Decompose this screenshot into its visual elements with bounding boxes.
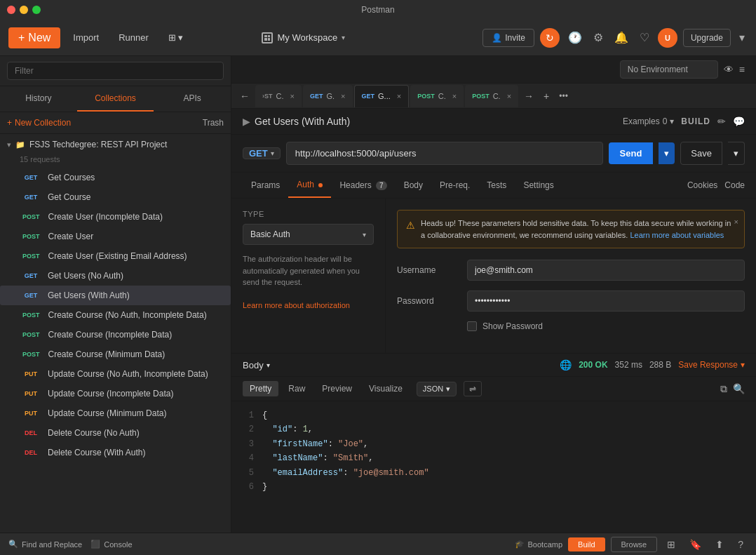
build-tab-button[interactable]: Build	[568, 537, 605, 551]
cookies-link[interactable]: Cookies	[687, 180, 717, 190]
minimize-button[interactable]	[20, 6, 28, 14]
invite-button[interactable]: 👤 Invite	[482, 29, 534, 47]
workspace-selector[interactable]: My Workspace ▾	[262, 32, 345, 44]
method-selector[interactable]: GET ▾	[243, 147, 281, 159]
format-select[interactable]: JSON ▾	[417, 382, 457, 396]
list-item[interactable]: PUT Update Course (Minimum Data)	[0, 403, 231, 423]
import-button[interactable]: Import	[66, 28, 106, 47]
list-item[interactable]: PUT Update Course (Incomplete Data)	[0, 384, 231, 403]
list-item[interactable]: GET Get Course	[0, 187, 231, 207]
copy-icon[interactable]: ⧉	[720, 383, 727, 395]
tab-close-icon[interactable]: ×	[341, 92, 345, 100]
list-item[interactable]: POST Create User	[0, 227, 231, 246]
tab-close-icon[interactable]: ×	[507, 92, 511, 100]
tab-more-button[interactable]: •••	[555, 88, 572, 104]
send-dropdown-button[interactable]: ▾	[659, 142, 675, 164]
wrap-button[interactable]: ⇌	[464, 381, 482, 396]
send-button[interactable]: Send	[609, 142, 654, 164]
examples-button[interactable]: Examples 0 ▾	[623, 116, 674, 126]
tab-item[interactable]: POST C. ×	[410, 85, 464, 107]
view-tab-preview[interactable]: Preview	[315, 381, 359, 396]
bookmark-icon[interactable]: 🔖	[685, 537, 706, 551]
build-button[interactable]: BUILD	[681, 116, 710, 126]
new-collection-button[interactable]: + New Collection	[7, 118, 71, 128]
sync-button[interactable]: ↻	[540, 28, 560, 48]
tab-add-button[interactable]: +	[539, 88, 553, 105]
upgrade-chevron-icon[interactable]: ▾	[736, 28, 748, 47]
window-controls[interactable]	[7, 6, 41, 14]
tab-tests[interactable]: Tests	[478, 173, 515, 197]
save-button[interactable]: Save	[680, 142, 722, 165]
settings-icon[interactable]: ⚙	[590, 28, 606, 47]
share-icon[interactable]: ⬆	[711, 537, 728, 551]
heart-icon[interactable]: ♡	[637, 28, 652, 47]
edit-icon[interactable]: ✏	[717, 116, 726, 127]
env-settings-icon[interactable]: ≡	[739, 64, 745, 75]
sidebar-tab-apis[interactable]: APIs	[154, 86, 231, 112]
body-label[interactable]: Body ▾	[243, 360, 270, 370]
tab-settings[interactable]: Settings	[515, 173, 562, 197]
maximize-button[interactable]	[32, 6, 41, 14]
show-password-checkbox[interactable]	[467, 321, 477, 331]
environment-select[interactable]: No Environment	[620, 60, 718, 79]
sidebar-tab-collections[interactable]: Collections	[77, 86, 154, 112]
history-icon[interactable]: 🕐	[565, 28, 585, 47]
bell-icon[interactable]: 🔔	[612, 28, 631, 47]
help-icon[interactable]: ?	[734, 537, 748, 551]
layout-button[interactable]: ⊞ ▾	[161, 28, 191, 47]
tab-forward-button[interactable]: →	[520, 88, 538, 105]
grid-icon[interactable]: ⊞	[663, 537, 680, 551]
tab-headers[interactable]: Headers 7	[331, 173, 395, 197]
url-input[interactable]	[286, 142, 603, 165]
user-avatar[interactable]: U	[658, 28, 677, 48]
warning-learn-link[interactable]: Learn more about variables	[630, 231, 724, 239]
list-item[interactable]: DEL Delete Course (No Auth)	[0, 423, 231, 443]
find-replace-button[interactable]: 🔍 Find and Replace	[8, 540, 82, 549]
runner-button[interactable]: Runner	[112, 28, 156, 47]
tab-close-icon[interactable]: ×	[397, 92, 401, 100]
save-response-button[interactable]: Save Response ▾	[678, 360, 745, 370]
close-button[interactable]	[7, 6, 15, 14]
tab-item[interactable]: POST C. ×	[465, 85, 518, 107]
warning-close-icon[interactable]: ×	[734, 216, 738, 228]
list-item[interactable]: POST Create User (Existing Email Address…	[0, 246, 231, 266]
tab-item[interactable]: ›ST C. ×	[255, 85, 302, 107]
eye-icon[interactable]: 👁	[724, 64, 734, 75]
auth-learn-link[interactable]: Learn more about authorization	[243, 301, 350, 309]
save-dropdown-button[interactable]: ▾	[728, 142, 745, 165]
tab-back-button[interactable]: ←	[236, 88, 254, 105]
list-item-active[interactable]: GET Get Users (With Auth)	[0, 286, 231, 305]
username-input[interactable]	[467, 260, 745, 281]
tab-close-icon[interactable]: ×	[452, 92, 457, 100]
tab-prereq[interactable]: Pre-req.	[431, 173, 478, 197]
tab-item-active[interactable]: GET G... ×	[354, 85, 410, 107]
list-item[interactable]: DEL Delete Course (With Auth)	[0, 443, 231, 462]
auth-type-select[interactable]: Basic Auth ▾	[243, 224, 374, 245]
password-input[interactable]	[467, 290, 745, 312]
trash-button[interactable]: Trash	[203, 118, 224, 128]
filter-input[interactable]	[7, 62, 224, 80]
list-item[interactable]: POST Create User (Incomplete Data)	[0, 207, 231, 227]
list-item[interactable]: PUT Update Course (No Auth, Incomplete D…	[0, 364, 231, 384]
new-button[interactable]: + New	[8, 27, 60, 48]
list-item[interactable]: POST Create Course (Incomplete Data)	[0, 325, 231, 345]
list-item[interactable]: GET Get Courses	[0, 168, 231, 187]
show-password-label[interactable]: Show Password	[482, 321, 543, 331]
tab-auth[interactable]: Auth	[288, 173, 331, 198]
browse-tab-button[interactable]: Browse	[611, 537, 658, 552]
tab-item[interactable]: GET G. ×	[303, 85, 353, 107]
console-button[interactable]: ⬛ Console	[90, 540, 132, 549]
list-item[interactable]: POST Create Course (No Auth, Incomplete …	[0, 305, 231, 325]
search-icon[interactable]: 🔍	[733, 383, 745, 395]
tab-close-icon[interactable]: ×	[290, 92, 295, 100]
sidebar-tab-history[interactable]: History	[0, 86, 77, 112]
view-tab-visualize[interactable]: Visualize	[362, 381, 410, 396]
code-link[interactable]: Code	[724, 180, 745, 190]
bootcamp-button[interactable]: 🎓 Bootcamp	[515, 540, 563, 549]
upgrade-button[interactable]: Upgrade	[683, 29, 731, 47]
list-item[interactable]: GET Get Users (No Auth)	[0, 266, 231, 286]
view-tab-raw[interactable]: Raw	[281, 381, 312, 396]
view-tab-pretty[interactable]: Pretty	[243, 381, 278, 396]
comment-icon[interactable]: 💬	[733, 116, 745, 127]
tab-body[interactable]: Body	[396, 173, 431, 197]
